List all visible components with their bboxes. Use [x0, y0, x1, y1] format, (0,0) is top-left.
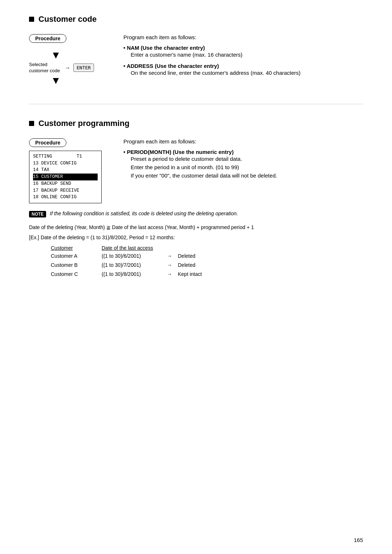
enter-key-button: ENTER	[73, 64, 94, 72]
deleting-info-line1: [Ex.] Date of the deleting = (1 to 31)/8…	[29, 233, 363, 242]
screen-line-0: SETTING T1	[33, 153, 98, 160]
section2-title-text: Customer programming	[38, 119, 130, 128]
arrow-down-top: ▼	[51, 50, 61, 60]
arrow-right-icon: →	[65, 65, 70, 71]
screen-line-3: 15 CUSTOMER	[33, 174, 98, 180]
note-row: NOTE If the following condition is satis…	[29, 211, 363, 217]
bullet-period: • PERIOD(MONTH) (Use the numeric entry) …	[123, 149, 363, 179]
row0-arrow: →	[167, 252, 178, 261]
bullet-address: • ADDRESS (Use the character entry) On t…	[123, 63, 363, 76]
section-customer-code: Customer code Procedure ▼ Selected custo…	[29, 15, 363, 86]
row2-customer: Customer C	[51, 270, 102, 279]
deleting-info: Date of the deleting (Year, Month) ≧ Dat…	[29, 223, 363, 242]
section-divider	[29, 104, 363, 104]
table-header-row: Customer Date of the last access	[51, 245, 363, 251]
section1-diagram: ▼ Selected customer code → ENTER ▼	[29, 50, 109, 86]
arrow-down-bottom: ▼	[51, 76, 61, 86]
col-header-date: Date of the last access	[102, 245, 167, 251]
col-header-customer: Customer	[51, 245, 102, 251]
bullet-nam-desc: Enter a customer's name (max. 16 charact…	[131, 52, 363, 58]
bullet-period-label: • PERIOD(MONTH) (Use the numeric entry)	[123, 149, 234, 155]
bullet-nam-label: • NAM (Use the character entry)	[123, 45, 205, 51]
example-table: Customer Date of the last access Custome…	[51, 245, 363, 279]
section1-body: Procedure ▼ Selected customer code → ENT…	[29, 34, 363, 86]
row0-result: Deleted	[178, 252, 221, 261]
screen-line-6: 18 ONLINE CONFIG	[33, 194, 98, 201]
section1-title: Customer code	[29, 15, 363, 24]
screen-line-1: 13 DEVICE CONFIG	[33, 160, 98, 167]
bullet-nam: • NAM (Use the character entry) Enter a …	[123, 45, 363, 58]
screen-line-2: 14 TAX	[33, 167, 98, 174]
bullet-period-descs: Preset a period to delete customer detai…	[131, 156, 363, 179]
section1-intro: Program each item as follows:	[123, 34, 363, 40]
row1-customer: Customer B	[51, 261, 102, 270]
section2-left: Procedure SETTING T1 13 DEVICE CONFIG 14…	[29, 138, 109, 203]
row2-result: Kept intact	[178, 270, 221, 279]
row0-customer: Customer A	[51, 252, 102, 261]
section2-intro: Program each item as follows:	[123, 138, 363, 144]
bullet-address-label: • ADDRESS (Use the character entry)	[123, 63, 219, 69]
section1-title-text: Customer code	[38, 15, 97, 24]
row2-date: ((1 to 30)/8/2001)	[102, 270, 167, 279]
note-badge: NOTE	[29, 211, 46, 217]
selected-customer-label: Selected customer code	[29, 62, 62, 74]
row1-arrow: →	[167, 261, 178, 270]
table-row-0: Customer A ((1 to 30)/6/2001) → Deleted	[51, 252, 363, 261]
screen-display: SETTING T1 13 DEVICE CONFIG 14 TAX 15 CU…	[29, 151, 102, 203]
screen-line-4: 16 BACKUP SEND	[33, 180, 98, 187]
section2-body: Procedure SETTING T1 13 DEVICE CONFIG 14…	[29, 138, 363, 203]
section1-procedure-badge: Procedure	[29, 34, 66, 43]
diagram-row: Selected customer code → ENTER	[29, 62, 94, 74]
row1-date: ((1 to 30)/7/2001)	[102, 261, 167, 270]
section2-procedure-badge: Procedure	[29, 138, 66, 147]
deleting-info-line0: Date of the deleting (Year, Month) ≧ Dat…	[29, 223, 363, 232]
row0-date: ((1 to 30)/6/2001)	[102, 252, 167, 261]
period-desc-1: Enter the period in a unit of month. (01…	[131, 164, 363, 170]
screen-line-5: 17 BACKUP RECEIVE	[33, 187, 98, 194]
page-number: 165	[354, 537, 363, 543]
section1-right: Program each item as follows: • NAM (Use…	[123, 34, 363, 81]
note-text: If the following condition is satisfied,…	[50, 211, 238, 216]
table-row-1: Customer B ((1 to 30)/7/2001) → Deleted	[51, 261, 363, 270]
row2-arrow: →	[167, 270, 178, 279]
section1-left: Procedure ▼ Selected customer code → ENT…	[29, 34, 109, 86]
section-customer-programming: Customer programming Procedure SETTING T…	[29, 119, 363, 279]
period-desc-2: If you enter "00", the customer detail d…	[131, 172, 363, 179]
bullet-address-desc: On the second line, enter the customer's…	[131, 70, 363, 76]
section2-title: Customer programming	[29, 119, 363, 128]
row1-result: Deleted	[178, 261, 221, 270]
table-row-2: Customer C ((1 to 30)/8/2001) → Kept int…	[51, 270, 363, 279]
section2-right: Program each item as follows: • PERIOD(M…	[123, 138, 363, 184]
period-desc-0: Preset a period to delete customer detai…	[131, 156, 363, 162]
